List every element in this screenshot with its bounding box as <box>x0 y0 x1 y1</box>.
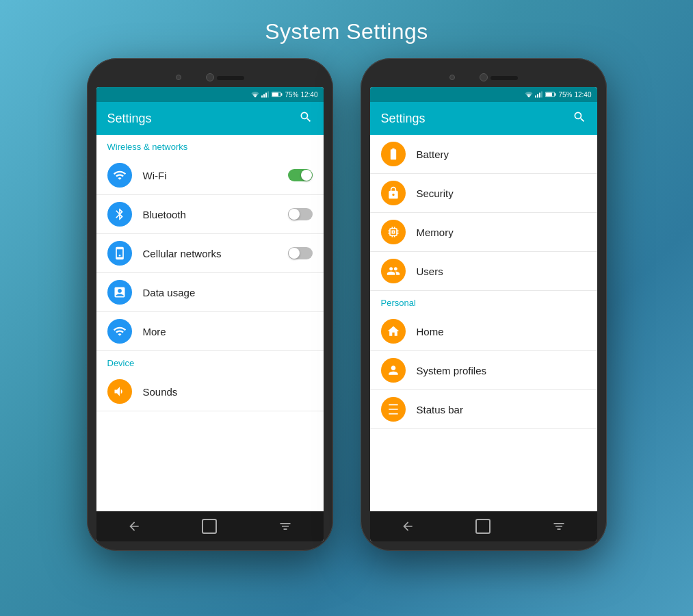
svg-rect-6 <box>272 92 278 96</box>
phone-top-hardware <box>96 68 324 87</box>
speaker-grille <box>217 76 244 80</box>
phone-screen-left: 75% 12:40 Settings Wireless & networks <box>96 87 324 541</box>
back-button-right[interactable] <box>394 513 421 540</box>
status-icons-right: 75% 12:40 <box>525 91 591 99</box>
home-icon-circle <box>381 319 406 344</box>
sounds-icon-circle <box>107 379 132 404</box>
setting-bluetooth[interactable]: Bluetooth <box>96 195 324 234</box>
setting-cellular[interactable]: Cellular networks <box>96 234 324 273</box>
svg-rect-13 <box>555 93 556 95</box>
battery-status-icon <box>272 91 283 98</box>
wifi-status-icon-right <box>525 91 533 98</box>
home-button-right[interactable] <box>469 513 497 540</box>
status-bar-icon-circle <box>381 397 406 422</box>
bottom-nav-left <box>96 511 324 541</box>
battery-pct-left: 75% <box>285 91 298 99</box>
setting-home[interactable]: Home <box>370 312 597 351</box>
settings-list-right: Battery Security Memory <box>370 135 597 511</box>
settings-title-right: Settings <box>381 112 426 126</box>
bluetooth-toggle-knob <box>289 209 300 220</box>
setting-memory[interactable]: Memory <box>370 213 597 252</box>
setting-wifi[interactable]: Wi-Fi <box>96 156 324 195</box>
signal-icon-right <box>535 91 543 98</box>
settings-list-left: Wireless & networks Wi-Fi Bl <box>96 135 324 511</box>
battery-pct-right: 75% <box>558 91 572 99</box>
section-header-personal: Personal <box>370 291 597 312</box>
cellular-label: Cellular networks <box>143 248 288 259</box>
data-usage-icon-circle <box>107 280 132 305</box>
home-button-left[interactable] <box>196 513 223 540</box>
wifi-toggle[interactable] <box>288 169 313 181</box>
back-button-left[interactable] <box>120 513 148 540</box>
wifi-toggle-knob <box>301 170 312 181</box>
page-title: System Settings <box>265 19 428 44</box>
top-bar-right: Settings <box>370 102 597 135</box>
section-header-device: Device <box>96 351 324 372</box>
svg-rect-10 <box>539 93 540 98</box>
bluetooth-toggle[interactable] <box>288 208 313 220</box>
recents-button-left[interactable] <box>272 513 299 540</box>
battery-status-icon-right <box>545 91 556 98</box>
svg-rect-8 <box>535 96 536 98</box>
front-sensor-right <box>449 75 455 80</box>
memory-icon-circle <box>381 220 406 244</box>
time-left: 12:40 <box>300 91 317 99</box>
more-label: More <box>143 326 313 337</box>
top-bar-left: Settings <box>96 102 324 135</box>
sounds-label: Sounds <box>143 386 313 398</box>
svg-rect-2 <box>265 93 267 98</box>
setting-security[interactable]: Security <box>370 174 597 213</box>
cellular-toggle-knob <box>289 248 300 259</box>
status-bar-label: Status bar <box>417 404 586 415</box>
wifi-icon-circle <box>107 163 132 188</box>
speaker-grille-right <box>491 76 518 80</box>
status-bar-right: 75% 12:40 <box>370 87 597 102</box>
search-button-right[interactable] <box>573 110 586 127</box>
security-label: Security <box>417 188 586 199</box>
bluetooth-icon-circle <box>107 202 132 227</box>
home-label: Home <box>417 326 586 337</box>
system-profiles-label: System profiles <box>417 365 586 376</box>
setting-system-profiles[interactable]: System profiles <box>370 351 597 390</box>
memory-label: Memory <box>417 227 586 238</box>
system-profiles-icon-circle <box>381 358 406 383</box>
setting-data-usage[interactable]: Data usage <box>96 273 324 312</box>
users-icon-circle <box>381 259 406 283</box>
setting-more[interactable]: More <box>96 312 324 351</box>
phones-container: 75% 12:40 Settings Wireless & networks <box>87 58 607 551</box>
svg-rect-9 <box>537 94 538 98</box>
battery-icon-circle <box>381 142 406 166</box>
status-bar-left: 75% 12:40 <box>96 87 324 102</box>
data-usage-label: Data usage <box>143 287 313 298</box>
setting-sounds[interactable]: Sounds <box>96 372 324 411</box>
bluetooth-label: Bluetooth <box>143 209 288 220</box>
time-right: 12:40 <box>574 91 591 99</box>
setting-status-bar[interactable]: Status bar <box>370 390 597 429</box>
search-button-left[interactable] <box>299 110 313 127</box>
svg-point-7 <box>118 255 120 257</box>
home-btn-shape-right <box>475 519 491 534</box>
section-header-wireless: Wireless & networks <box>96 135 324 156</box>
phone-top-hardware-right <box>370 68 597 87</box>
cellular-icon-circle <box>107 241 132 266</box>
front-camera-right <box>480 73 488 81</box>
setting-battery[interactable]: Battery <box>370 135 597 174</box>
phone-left: 75% 12:40 Settings Wireless & networks <box>87 58 333 551</box>
status-icons-left: 75% 12:40 <box>251 91 317 99</box>
home-btn-shape <box>202 519 217 534</box>
svg-rect-5 <box>281 93 283 95</box>
svg-rect-0 <box>261 96 263 98</box>
svg-rect-1 <box>263 94 265 98</box>
settings-title-left: Settings <box>107 112 152 126</box>
recents-button-right[interactable] <box>545 513 573 540</box>
users-label: Users <box>417 266 586 277</box>
svg-rect-14 <box>546 92 552 96</box>
setting-users[interactable]: Users <box>370 252 597 291</box>
more-icon-circle <box>107 319 132 344</box>
phone-right: 75% 12:40 Settings Battery <box>361 58 607 551</box>
wifi-status-icon <box>251 91 259 98</box>
front-camera <box>206 73 214 81</box>
svg-rect-3 <box>267 92 269 98</box>
bottom-nav-right <box>370 511 597 541</box>
cellular-toggle[interactable] <box>288 247 313 259</box>
